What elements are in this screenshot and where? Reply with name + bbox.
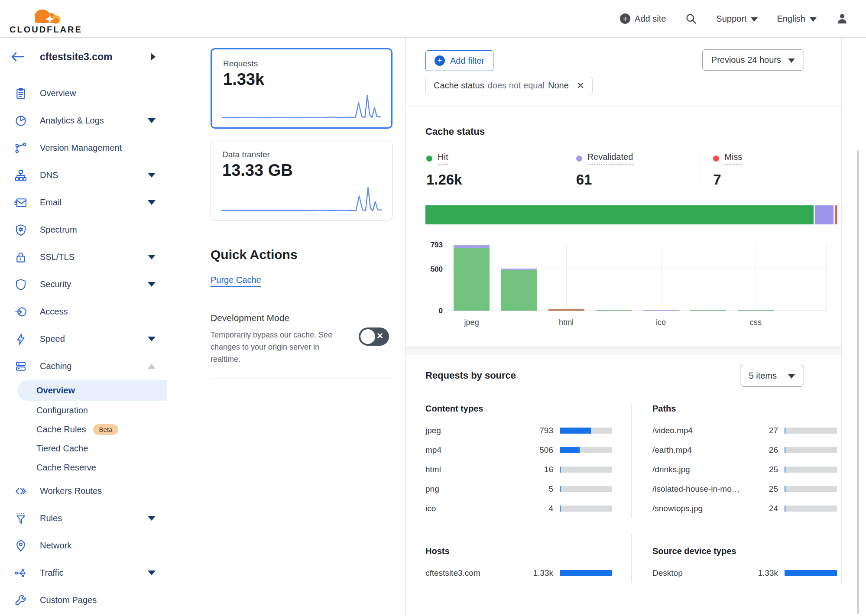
- sidebar-subitem-overview[interactable]: Overview: [17, 380, 167, 401]
- table-row[interactable]: ico4: [425, 499, 612, 518]
- table-row[interactable]: /earth.mp426: [652, 440, 837, 460]
- lightning-icon: [14, 332, 28, 346]
- sidebar-item-ssl-tls[interactable]: SSL/TLS: [0, 243, 167, 271]
- sidebar-subitem-label: Overview: [36, 386, 75, 396]
- cache-status-section: Cache status Hit1.26kRevalidated61Miss7 …: [406, 107, 841, 348]
- funnel-icon: [14, 512, 28, 525]
- support-menu[interactable]: Support: [716, 14, 758, 24]
- envelope-icon: [14, 196, 28, 210]
- add-site-button[interactable]: + Add site: [620, 13, 666, 24]
- bar-segment-revalidated: [643, 310, 679, 311]
- sidebar-item-label: DNS: [40, 170, 148, 180]
- data-transfer-metric-card[interactable]: Data transfer 13.33 GB: [211, 140, 392, 220]
- cache-stat-hit: Hit1.26k: [425, 152, 563, 188]
- row-bar-track: [785, 570, 837, 576]
- table-row[interactable]: mp4506: [425, 440, 612, 460]
- sidebar-item-network[interactable]: Network: [0, 532, 167, 559]
- sidebar-item-label: Email: [40, 198, 148, 207]
- top-header: CLOUDFLARE + Add site Support English: [0, 0, 866, 37]
- beta-badge: Beta: [93, 424, 119, 435]
- row-bar-track: [560, 570, 612, 576]
- table-row[interactable]: png5: [425, 479, 612, 499]
- cache-stat-head: Revalidated: [576, 152, 700, 165]
- cache-stat-value: 61: [576, 172, 700, 188]
- cloudflare-logo[interactable]: CLOUDFLARE: [10, 5, 82, 35]
- sidebar-item-label: Access: [40, 307, 156, 317]
- y-axis-tick: 0: [439, 307, 443, 315]
- user-icon[interactable]: [836, 12, 849, 25]
- sidebar-item-speed[interactable]: Speed: [0, 325, 167, 353]
- table-row[interactable]: /isolated-house-in-mo…25: [652, 479, 837, 499]
- search-icon[interactable]: [685, 13, 697, 25]
- time-range-dropdown[interactable]: Previous 24 hours: [702, 49, 804, 71]
- distribution-segment-revalidated: [815, 205, 834, 224]
- x-axis-label-html: html: [559, 318, 574, 327]
- branch-icon: [14, 141, 28, 155]
- requests-metric-card[interactable]: Requests 1.33k: [211, 48, 392, 129]
- row-value: 25: [753, 465, 778, 474]
- cache-stat-label[interactable]: Revalidated: [587, 152, 633, 165]
- sidebar-item-workers-routes[interactable]: Workers Routes: [0, 477, 167, 505]
- table-row[interactable]: html16: [425, 460, 612, 479]
- language-menu[interactable]: English: [777, 14, 817, 24]
- development-mode-title: Development Mode: [211, 313, 392, 323]
- table-row[interactable]: /video.mp427: [652, 421, 837, 440]
- sidebar-item-rules[interactable]: Rules: [0, 505, 167, 532]
- sidebar-item-custom-pages[interactable]: Custom Pages: [0, 587, 167, 614]
- sidebar-item-spectrum[interactable]: Spectrum: [0, 216, 167, 243]
- row-value: 4: [528, 504, 553, 513]
- table-row[interactable]: /snowtops.jpg24: [652, 499, 837, 518]
- hit-legend-dot: [426, 156, 432, 162]
- sidebar-item-label: Caching: [40, 361, 148, 371]
- chevron-down-icon: [148, 337, 156, 341]
- sidebar-item-version-management[interactable]: Version Management: [0, 134, 167, 162]
- source-table-content-types: Content typesjpeg793mp4506html16png5ico4: [425, 404, 631, 518]
- sidebar-item-security[interactable]: Security: [0, 271, 167, 298]
- sidebar-subitem-configuration[interactable]: Configuration: [0, 401, 167, 420]
- site-selector[interactable]: cftestsite3.com: [0, 38, 167, 76]
- row-value: 1.33k: [528, 568, 553, 578]
- purge-cache-link[interactable]: Purge Cache: [211, 275, 261, 287]
- row-value: 506: [528, 445, 553, 455]
- vertical-scrollbar[interactable]: [857, 150, 859, 614]
- chevron-down-icon: [788, 374, 795, 379]
- development-mode-toggle[interactable]: ✕: [359, 327, 389, 346]
- cache-stat-label[interactable]: Miss: [724, 152, 742, 165]
- bar-segment-hit: [454, 248, 490, 311]
- sidebar-item-dns[interactable]: DNS: [0, 162, 167, 189]
- row-label: /snowtops.jpg: [652, 504, 753, 513]
- sidebar-subitem-cache-rules[interactable]: Cache RulesBeta: [0, 420, 167, 439]
- items-count-dropdown[interactable]: 5 items: [740, 365, 804, 387]
- development-mode-description: Temporarily bypass our cache. See change…: [211, 329, 341, 366]
- support-label: Support: [716, 14, 746, 24]
- row-value: 26: [753, 445, 778, 455]
- cache-stat-label[interactable]: Hit: [438, 152, 448, 165]
- table-row[interactable]: /drinks.jpg25: [652, 460, 837, 479]
- cache-status-chart: 7935000 jpeghtmlicocss: [425, 245, 837, 330]
- back-arrow-icon[interactable]: [10, 52, 24, 62]
- sidebar-item-label: Custom Pages: [40, 595, 156, 605]
- sidebar-item-label: Overview: [40, 88, 156, 98]
- bar-segment-hit: [738, 310, 774, 311]
- sidebar-subitem-tiered-cache[interactable]: Tiered Cache: [0, 439, 167, 458]
- sidebar-item-traffic[interactable]: Traffic: [0, 559, 167, 587]
- table-row[interactable]: cftestsite3.com1.33k: [425, 563, 612, 583]
- sidebar-item-analytics-logs[interactable]: Analytics & Logs: [0, 107, 167, 134]
- table-row[interactable]: jpeg793: [425, 421, 612, 440]
- sidebar-subitem-cache-reserve[interactable]: Cache Reserve: [0, 458, 167, 477]
- sidebar-item-access[interactable]: Access: [0, 298, 167, 325]
- sidebar-subitem-label: Configuration: [36, 405, 88, 415]
- cloudflare-dashboard: CLOUDFLARE + Add site Support English: [0, 0, 866, 616]
- chevron-right-icon[interactable]: [151, 53, 156, 61]
- cloudflare-wordmark: CLOUDFLARE: [10, 25, 82, 35]
- row-value: 793: [528, 426, 553, 435]
- add-filter-button[interactable]: + Add filter: [425, 50, 493, 71]
- source-table-title: Paths: [652, 404, 837, 414]
- remove-filter-icon[interactable]: ✕: [577, 80, 584, 91]
- table-row[interactable]: Desktop1.33k: [652, 563, 837, 583]
- chevron-down-icon: [788, 58, 795, 63]
- sidebar-item-overview[interactable]: Overview: [0, 80, 167, 107]
- time-range-label: Previous 24 hours: [711, 55, 781, 65]
- sidebar-item-email[interactable]: Email: [0, 189, 167, 216]
- sidebar-item-caching[interactable]: Caching: [0, 353, 167, 380]
